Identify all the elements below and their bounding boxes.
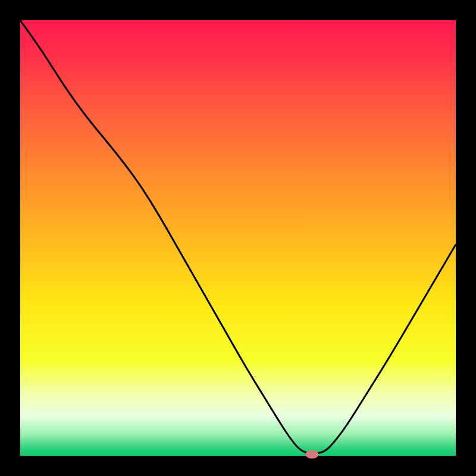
bottleneck-chart: TheBottleneck.com bbox=[0, 0, 476, 476]
optimal-marker bbox=[305, 450, 318, 459]
plot-background bbox=[20, 20, 456, 456]
chart-svg bbox=[0, 0, 476, 476]
